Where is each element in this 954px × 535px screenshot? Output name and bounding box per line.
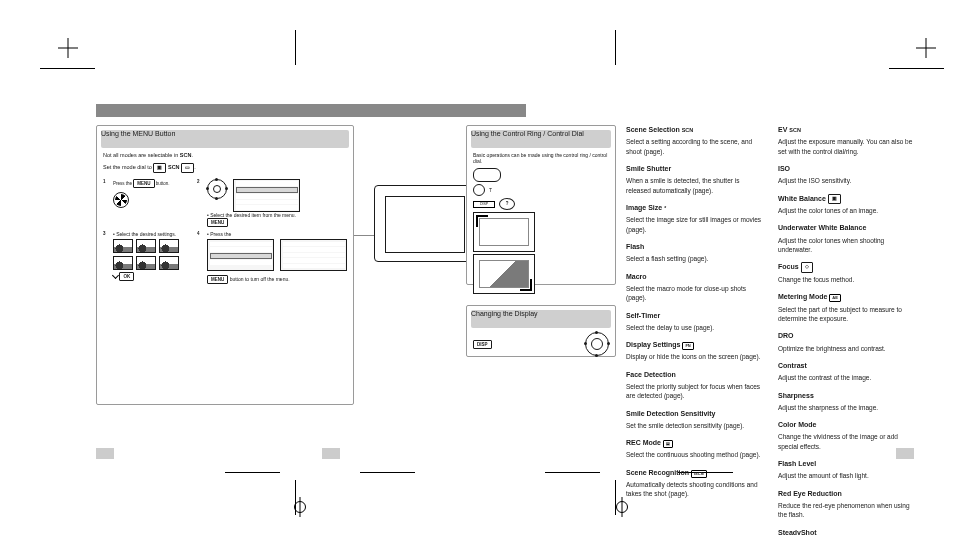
menu-item: FlashSelect a flash setting (page). bbox=[626, 242, 762, 264]
panel-b-title: Using the Control Ring / Control Dial bbox=[471, 130, 611, 148]
menu-item: EV SCNAdjust the exposure manually. You … bbox=[778, 125, 914, 156]
item-head: Red Eye Reduction bbox=[778, 489, 914, 499]
item-body: Adjust the exposure manually. You can al… bbox=[778, 137, 914, 156]
item-head: DRO bbox=[778, 331, 914, 341]
item-body: Select the priority subject for focus wh… bbox=[626, 382, 762, 401]
sample-screen-2 bbox=[473, 254, 535, 294]
thumbnails-mock bbox=[113, 239, 179, 270]
menu-item: Self-TimerSelect the delay to use (page)… bbox=[626, 311, 762, 333]
menu-box-2: MENU bbox=[207, 218, 228, 227]
movie-mode-badge: ▭ bbox=[181, 163, 194, 173]
item-head: Underwater White Balance bbox=[778, 223, 914, 233]
settings-list-mock bbox=[280, 239, 347, 271]
right-col-2: EV SCNAdjust the exposure manually. You … bbox=[778, 125, 914, 455]
menu-item: Image Size *Select the image size for st… bbox=[626, 203, 762, 234]
item-body: Set the smile detection sensitivity (pag… bbox=[626, 421, 762, 430]
scn-inline: SCN bbox=[168, 165, 180, 171]
focus-icon: ◇ bbox=[801, 262, 813, 273]
menu-item: Focus ◇Change the focus method. bbox=[778, 262, 914, 284]
item-head: Macro bbox=[626, 272, 762, 282]
dpad-icon-2 bbox=[585, 332, 609, 356]
menu-item: Display Settings FNDisplay or hide the i… bbox=[626, 340, 762, 362]
menu-item: Face DetectionSelect the priority subjec… bbox=[626, 370, 762, 401]
scn-label: SCN bbox=[180, 152, 192, 158]
help-icon: ? bbox=[499, 198, 515, 210]
item-body: Optimize the brightness and contrast. bbox=[778, 344, 914, 353]
panel-a-line-set: Set the mode dial to bbox=[103, 165, 152, 171]
item-body: Adjust the ISO sensitivity. bbox=[778, 176, 914, 185]
panel-display: Changing the Display DISP bbox=[466, 305, 616, 357]
key-badge: AE bbox=[829, 294, 841, 302]
item-body: When a smile is detected, the shutter is… bbox=[626, 176, 762, 195]
item-head: ISO bbox=[778, 164, 914, 174]
section-bar bbox=[96, 104, 526, 117]
step-1-num: 1 bbox=[103, 179, 111, 184]
control-ring-icon bbox=[473, 168, 501, 182]
item-body: Change the vividness of the image or add… bbox=[778, 432, 914, 451]
step-3: Select the desired settings. OK bbox=[113, 231, 195, 281]
disp-button: DISP bbox=[473, 201, 495, 208]
item-body: Adjust the amount of flash light. bbox=[778, 471, 914, 480]
item-body: Automatically detects shooting condition… bbox=[626, 480, 762, 499]
item-body: Adjust the sharpness of the image. bbox=[778, 403, 914, 412]
disp-btn-c: DISP bbox=[473, 340, 492, 349]
item-head: Smile Detection Sensitivity bbox=[626, 409, 762, 419]
menu-button-label: MENU bbox=[133, 179, 154, 188]
step-3-num: 3 bbox=[103, 231, 111, 236]
panel-a-note: Not all modes are selectable in bbox=[103, 152, 178, 158]
item-head: SteadyShot bbox=[778, 528, 914, 535]
menu-item: Color ModeChange the vividness of the im… bbox=[778, 420, 914, 451]
item-head: Metering Mode AE bbox=[778, 292, 914, 302]
menu-item: DROOptimize the brightness and contrast. bbox=[778, 331, 914, 353]
sample-screen-1 bbox=[473, 212, 535, 252]
item-head: Scene Selection SCN bbox=[626, 125, 762, 135]
item-body: Select the delay to use (page). bbox=[626, 323, 762, 332]
menu-box-4: MENU bbox=[207, 275, 228, 284]
item-head: Color Mode bbox=[778, 420, 914, 430]
item-head: White Balance ▣ bbox=[778, 194, 914, 205]
menu-item: SharpnessAdjust the sharpness of the ima… bbox=[778, 391, 914, 413]
menu-item: Scene Recognition iSCNAutomatically dete… bbox=[626, 468, 762, 499]
panel-a-title: Using the MENU Button bbox=[101, 130, 349, 148]
panel-menu-button: Using the MENU Button Not all modes are … bbox=[96, 125, 354, 405]
item-body: Adjust the color tones of an image. bbox=[778, 206, 914, 215]
item-head: Self-Timer bbox=[626, 311, 762, 321]
ok-badge: OK bbox=[119, 272, 134, 281]
step-2-num: 2 bbox=[197, 179, 205, 184]
mode-badge: SCN bbox=[682, 127, 694, 133]
menu-item: ContrastAdjust the contrast of the image… bbox=[778, 361, 914, 383]
mode-badge: SCN bbox=[789, 127, 801, 133]
item-head: Flash Level bbox=[778, 459, 914, 469]
zoom-label-t: T bbox=[489, 187, 492, 193]
menu-item: ISOAdjust the ISO sensitivity. bbox=[778, 164, 914, 186]
menu-item: Scene Selection SCNSelect a setting acco… bbox=[626, 125, 762, 156]
item-head: Focus ◇ bbox=[778, 262, 914, 273]
mode-dial-icon bbox=[113, 192, 129, 208]
panel-b-text: Basic operations can be made using the c… bbox=[473, 152, 609, 164]
menu-item: Red Eye ReductionReduce the red-eye phen… bbox=[778, 489, 914, 520]
menu-list-mock bbox=[233, 179, 300, 213]
dpad-icon bbox=[207, 179, 227, 199]
button-column: DISP bbox=[473, 201, 495, 208]
item-head: EV SCN bbox=[778, 125, 914, 135]
item-head: Scene Recognition iSCN bbox=[626, 468, 762, 478]
key-badge: FN bbox=[682, 342, 693, 350]
item-body: Select a flash setting (page). bbox=[626, 254, 762, 263]
footnote-star: * bbox=[664, 205, 666, 211]
rec-light-icon bbox=[473, 184, 485, 196]
step-1: Press the MENU button. bbox=[113, 179, 195, 209]
menu-item: Metering Mode AESelect the part of the s… bbox=[778, 292, 914, 323]
camera-icon: ▣ bbox=[828, 194, 841, 205]
check-icon bbox=[112, 272, 119, 279]
item-body: Adjust the contrast of the image. bbox=[778, 373, 914, 382]
item-body: Select the part of the subject to measur… bbox=[778, 305, 914, 324]
step-2: Select the desired item from the menu. M… bbox=[207, 179, 347, 228]
item-head: Contrast bbox=[778, 361, 914, 371]
item-body: Adjust the color tones when shooting und… bbox=[778, 236, 914, 255]
camera-lcd bbox=[385, 196, 465, 253]
item-body: Select a setting according to the scene,… bbox=[626, 137, 762, 156]
menu-item: White Balance ▣Adjust the color tones of… bbox=[778, 194, 914, 216]
panel-control: Using the Control Ring / Control Dial Ba… bbox=[466, 125, 616, 285]
item-body: Change the focus method. bbox=[778, 275, 914, 284]
step-4: Press the MENU button to turn off the me… bbox=[207, 231, 347, 284]
